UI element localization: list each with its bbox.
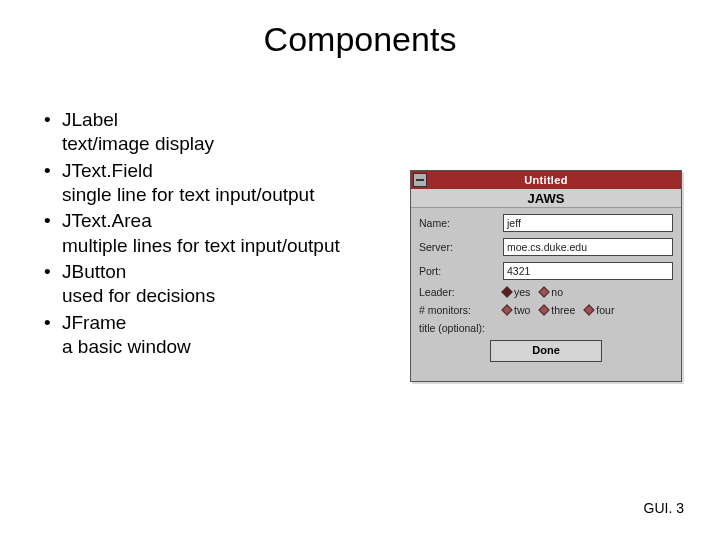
name-label: Name: [419, 217, 497, 229]
diamond-icon [539, 286, 550, 297]
list-item: JLabel text/image display [44, 108, 374, 157]
list-item: JText.Area multiple lines for text input… [44, 209, 374, 258]
slide-title: Components [0, 20, 720, 59]
row-server: Server: moe.cs.duke.edu [419, 238, 673, 256]
bullet-name: JFrame [62, 312, 126, 333]
slide-footer: GUI. 3 [644, 500, 684, 516]
option-label: no [551, 286, 563, 298]
filler-label: title (optional): [419, 322, 485, 334]
list-item: JFrame a basic window [44, 311, 374, 360]
leader-option-no: no [540, 286, 563, 298]
bullet-name: JButton [62, 261, 126, 282]
bullet-desc: single line for text input/output [62, 183, 374, 207]
server-label: Server: [419, 241, 497, 253]
window-menu-icon [413, 173, 427, 187]
port-label: Port: [419, 265, 497, 277]
done-button: Done [490, 340, 602, 362]
monitors-options: two three four [503, 304, 673, 316]
monitors-label: # monitors: [419, 304, 497, 316]
leader-options: yes no [503, 286, 673, 298]
window-heading: JAWS [411, 189, 681, 208]
option-label: yes [514, 286, 530, 298]
monitors-option: three [540, 304, 575, 316]
name-input: jeff [503, 214, 673, 232]
diamond-icon [584, 304, 595, 315]
row-filler: title (optional): [419, 322, 673, 334]
bullet-desc: multiple lines for text input/output [62, 234, 374, 258]
diamond-icon [501, 304, 512, 315]
monitors-option: two [503, 304, 530, 316]
row-monitors: # monitors: two three four [419, 304, 673, 316]
list-item: JButton used for decisions [44, 260, 374, 309]
bullet-desc: text/image display [62, 132, 374, 156]
bullet-name: JText.Field [62, 160, 153, 181]
option-label: three [551, 304, 575, 316]
row-name: Name: jeff [419, 214, 673, 232]
leader-label: Leader: [419, 286, 497, 298]
bullet-desc: used for decisions [62, 284, 374, 308]
leader-option-yes: yes [503, 286, 530, 298]
option-label: four [596, 304, 614, 316]
server-input: moe.cs.duke.edu [503, 238, 673, 256]
row-port: Port: 4321 [419, 262, 673, 280]
list-item: JText.Field single line for text input/o… [44, 159, 374, 208]
option-label: two [514, 304, 530, 316]
port-input: 4321 [503, 262, 673, 280]
bullet-name: JLabel [62, 109, 118, 130]
row-leader: Leader: yes no [419, 286, 673, 298]
bullet-name: JText.Area [62, 210, 152, 231]
monitors-option: four [585, 304, 614, 316]
window-body: Name: jeff Server: moe.cs.duke.edu Port:… [411, 208, 681, 368]
bullet-desc: a basic window [62, 335, 374, 359]
diamond-icon [501, 286, 512, 297]
bullet-list: JLabel text/image display JText.Field si… [44, 108, 374, 361]
example-window: Untitled JAWS Name: jeff Server: moe.cs.… [410, 170, 682, 382]
window-titlebar: Untitled [411, 171, 681, 189]
window-title: Untitled [524, 174, 567, 186]
diamond-icon [539, 304, 550, 315]
